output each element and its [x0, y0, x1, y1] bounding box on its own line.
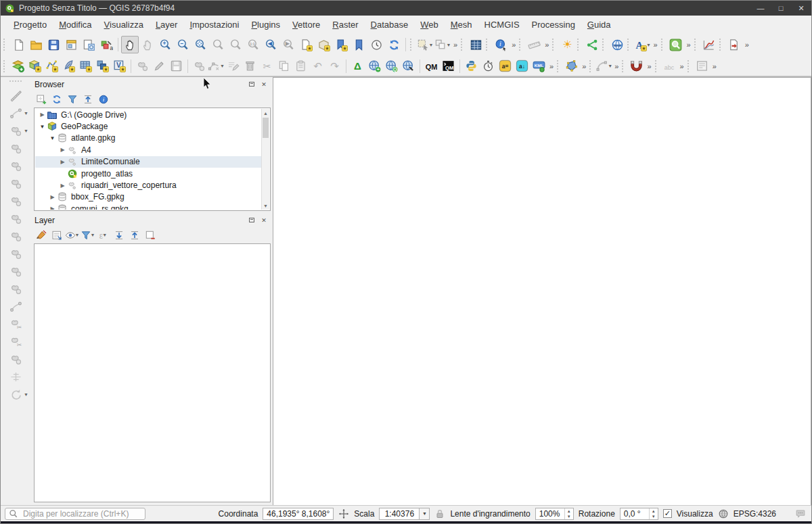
toolbar-grip[interactable]	[552, 39, 557, 51]
cut-features-button[interactable]: ✂	[258, 57, 275, 74]
python-console-button[interactable]	[463, 57, 480, 74]
menu-processing[interactable]: Processing	[526, 18, 581, 32]
label-tools-button[interactable]: abc	[661, 57, 678, 74]
toolbar-overflow-icon[interactable]: »	[612, 62, 621, 70]
menu-vettore[interactable]: Vettore	[286, 18, 326, 32]
pan-map-button[interactable]	[121, 36, 139, 53]
layer-close-button[interactable]: ✕	[259, 216, 269, 224]
trace-tool-button[interactable]: ▼	[7, 104, 24, 122]
toolbar-overflow-icon[interactable]: »	[451, 41, 459, 49]
tree-item-comuni-rs-gpkg[interactable]: ▶comuni_rs.gpkg	[35, 203, 261, 210]
menu-modifica[interactable]: Modifica	[53, 18, 97, 32]
new-bookmark-button[interactable]: ★	[297, 36, 315, 53]
toolbar-overflow-icon[interactable]: »	[580, 62, 588, 70]
close-button[interactable]: ✕	[791, 1, 811, 16]
layout-manager-button[interactable]	[80, 36, 97, 53]
show-bookmarks-button[interactable]: ★	[315, 36, 332, 53]
add-feature-button[interactable]	[191, 57, 208, 74]
quickmapservices-button[interactable]: QM	[423, 57, 440, 74]
offset-curve-button[interactable]	[7, 297, 24, 315]
toolbar-overflow-icon[interactable]: »	[651, 41, 659, 49]
filter-legend-button[interactable]: ▼	[81, 228, 95, 242]
scroll-down-arrow[interactable]: ▼	[262, 201, 269, 210]
toolbar-grip[interactable]	[410, 39, 415, 51]
new-spatialite-layer-button[interactable]: ★	[60, 57, 77, 74]
maximize-button[interactable]: □	[771, 1, 791, 16]
toolbar-grip[interactable]	[519, 39, 524, 51]
open-layer-styling-button[interactable]	[34, 228, 48, 242]
new-geopackage-layer-button[interactable]: ★	[26, 57, 43, 74]
split-features-button[interactable]: ✂	[7, 315, 24, 333]
toolbar-grip[interactable]	[622, 60, 627, 72]
locator-input[interactable]	[22, 508, 142, 519]
attribute-table-button[interactable]	[467, 36, 484, 53]
toolbar-grip[interactable]	[3, 60, 8, 72]
tree-expander-icon[interactable]: ▶	[38, 112, 47, 118]
lock-icon[interactable]	[434, 508, 445, 519]
simplify-feature-button[interactable]	[7, 174, 24, 192]
geometry-checker-button[interactable]	[563, 57, 580, 74]
refresh-map-button[interactable]	[385, 36, 403, 53]
translate-plugin-cyan-button[interactable]: a↓	[514, 57, 531, 74]
messages-icon[interactable]	[795, 508, 806, 519]
new-shapefile-layer-button[interactable]: ★	[43, 57, 60, 74]
spin-up-icon[interactable]: ▲	[650, 508, 658, 514]
zoom-last-button[interactable]: ◀	[262, 36, 279, 53]
scroll-thumb[interactable]	[263, 118, 269, 138]
layer-float-button[interactable]	[247, 216, 256, 224]
dropdown-arrow-icon[interactable]: ▼	[646, 43, 651, 47]
merge-features-button[interactable]	[7, 350, 24, 368]
dropdown-arrow-icon[interactable]: ▼	[102, 233, 107, 237]
menu-plugins[interactable]: Plugins	[245, 18, 286, 32]
scale-combo[interactable]: 1:40376 ▼	[379, 508, 430, 520]
extent-toggle-icon[interactable]	[338, 508, 349, 519]
dropdown-arrow-icon[interactable]: ▼	[24, 111, 28, 116]
zoom-native-button[interactable]: 1:1	[244, 36, 262, 53]
toolbar-grip[interactable]	[557, 60, 562, 72]
tree-expander-icon[interactable]: ▶	[48, 206, 57, 210]
save-project-button[interactable]	[45, 36, 62, 53]
dropdown-arrow-icon[interactable]: ▼	[447, 43, 451, 47]
tree-item-bbox-fg-gpkg[interactable]: ▶bbox_FG.gpkg	[35, 191, 261, 203]
menu-guida[interactable]: Guida	[581, 18, 617, 32]
browser-float-button[interactable]	[247, 80, 256, 89]
toolbar-overflow-icon[interactable]: »	[547, 62, 556, 70]
new-virtual-layer-button[interactable]: ★	[94, 57, 111, 74]
browser-close-button[interactable]: ✕	[259, 80, 269, 89]
toolbar-grip[interactable]	[687, 60, 692, 72]
delete-selected-button[interactable]	[242, 57, 258, 74]
tree-expander-icon[interactable]: ▶	[58, 159, 67, 165]
menu-database[interactable]: Database	[365, 18, 415, 32]
dropdown-arrow-icon[interactable]: ▼	[608, 64, 612, 68]
globe-search-plugin-button[interactable]	[400, 57, 417, 74]
toggle-editing-button[interactable]	[151, 57, 168, 74]
dropdown-arrow-icon[interactable]: ▼	[24, 128, 28, 133]
toolbar-overflow-icon[interactable]: »	[543, 41, 551, 49]
kml-tools-button[interactable]: KML	[531, 57, 547, 74]
scale-value[interactable]: 1:40376	[379, 508, 420, 520]
qm-console-button[interactable]: QM	[440, 57, 457, 74]
toolbar-grip[interactable]	[9, 80, 22, 85]
zoom-to-layer-button[interactable]	[227, 36, 244, 53]
rotation-spinbox[interactable]: 0,0 ° ▲▼	[620, 508, 658, 520]
undo-button[interactable]: ↶	[309, 57, 326, 74]
magnifier-spinbox[interactable]: 100% ▲▼	[535, 508, 574, 520]
map-canvas[interactable]	[273, 77, 811, 505]
tree-item-geopackage[interactable]: ▼GeoPackage	[35, 120, 261, 132]
add-group-button[interactable]	[49, 228, 64, 242]
toolbar-grip[interactable]	[602, 39, 607, 51]
toolbar-grip[interactable]	[461, 39, 466, 51]
spin-down-icon[interactable]: ▼	[650, 514, 658, 519]
sun-plugin-button[interactable]: ☀	[558, 36, 576, 53]
paste-features-button[interactable]	[292, 57, 309, 74]
fill-ring-button[interactable]	[7, 227, 24, 245]
globe-layer-plugin-button[interactable]: Q	[383, 57, 400, 74]
dropdown-arrow-icon[interactable]: ▼	[220, 64, 225, 68]
toolbar-grip[interactable]	[3, 39, 8, 51]
new-project-button[interactable]	[9, 36, 27, 53]
globe-add-plugin-button[interactable]: +	[366, 57, 383, 74]
translate-plugin-yellow-button[interactable]: a=	[497, 57, 514, 74]
cad-dock-button[interactable]	[7, 87, 24, 104]
collapse-all-layers-button[interactable]	[127, 228, 141, 242]
tree-item-limitecomunale[interactable]: ▶LimiteComunale	[35, 156, 261, 168]
